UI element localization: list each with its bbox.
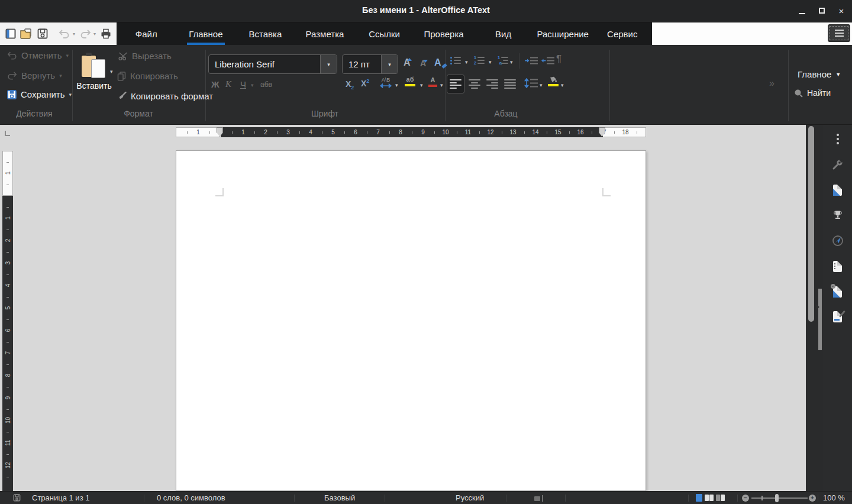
numbered-list-dropdown[interactable]: ▾ [489, 59, 492, 65]
sidebar-find-button[interactable] [831, 285, 844, 298]
line-spacing-dropdown[interactable]: ▾ [540, 82, 543, 88]
decrease-indent-button[interactable] [541, 57, 555, 64]
multilevel-list-button[interactable]: 1a [497, 56, 509, 65]
align-right-button[interactable] [486, 79, 498, 89]
strikethrough-button[interactable]: абв [260, 80, 272, 89]
bold-button[interactable]: Ж [211, 79, 220, 89]
page-count[interactable]: Страница 1 из 1 [32, 493, 89, 502]
grow-font-button[interactable]: A [404, 57, 411, 68]
tab-8[interactable]: Сервис [593, 22, 653, 45]
sidebar-edit-button[interactable] [831, 310, 844, 323]
paste-button[interactable] [80, 53, 108, 80]
sidebar-splitter[interactable] [817, 125, 823, 491]
numbered-list-button[interactable]: 12 [473, 56, 485, 65]
subscript-button[interactable]: X2 [346, 79, 354, 91]
highlight-color-button[interactable]: аб [405, 76, 415, 86]
redo-quick-button[interactable] [79, 27, 92, 40]
ribbon-group-selector[interactable]: Главное ▼ [798, 69, 841, 79]
shading-dropdown[interactable]: ▾ [561, 82, 564, 88]
underline-dropdown[interactable]: ▾ [251, 82, 254, 88]
save-button[interactable]: Сохранить ▾ [7, 89, 72, 99]
highlight-dropdown[interactable]: ▾ [420, 82, 423, 88]
tab-3[interactable]: Разметка [295, 22, 355, 45]
save-document-button[interactable] [36, 27, 49, 40]
text-language[interactable]: Русский [456, 493, 484, 502]
line-spacing-button[interactable] [524, 78, 538, 88]
tab-5[interactable]: Проверка [414, 22, 474, 45]
cut-button[interactable]: Вырезать [118, 51, 172, 61]
bullet-list-button[interactable] [450, 56, 462, 65]
ribbon-overflow-button[interactable]: » [769, 78, 774, 89]
align-justify-button[interactable] [504, 79, 516, 89]
sidebar-navigator-button[interactable] [831, 234, 844, 247]
maximize-button[interactable] [816, 5, 828, 17]
align-left-button[interactable] [447, 75, 464, 93]
book-view-icon[interactable] [716, 495, 725, 501]
tab-2[interactable]: Вставка [235, 22, 295, 45]
save-dropdown[interactable]: ▾ [69, 92, 72, 98]
tab-7[interactable]: Расширение [533, 22, 593, 45]
redo-dropdown[interactable]: ▾ [93, 31, 96, 37]
save-status-button[interactable] [13, 494, 21, 502]
zoom-slider-thumb[interactable] [775, 494, 779, 502]
tab-0[interactable]: Файл [117, 22, 176, 45]
undo-dropdown[interactable]: ▾ [66, 53, 69, 59]
sidebar-settings-button[interactable] [831, 158, 844, 171]
single-page-view-icon[interactable] [696, 494, 702, 502]
tab-4[interactable]: Ссылки [354, 22, 414, 45]
tab-stop-selector-icon[interactable] [5, 131, 10, 136]
sidebar-achievements-button[interactable] [831, 209, 844, 222]
bullet-list-dropdown[interactable]: ▾ [465, 59, 468, 65]
font-color-button[interactable]: A [428, 76, 437, 87]
toolbar-menu-button[interactable] [828, 24, 850, 42]
document-page[interactable] [176, 150, 646, 491]
redo-button[interactable]: Вернуть ▾ [7, 70, 62, 80]
copy-button[interactable]: Копировать [117, 71, 178, 81]
word-count[interactable]: 0 слов, 0 символов [157, 493, 225, 502]
font-color-dropdown[interactable]: ▾ [440, 82, 443, 88]
undo-quick-button[interactable] [57, 27, 70, 40]
increase-indent-button[interactable] [524, 57, 538, 64]
zoom-level[interactable]: 100 % [823, 493, 845, 502]
sidebar-page-button[interactable] [831, 260, 844, 273]
zoom-slider-track[interactable] [751, 497, 808, 499]
shrink-font-button[interactable]: A [420, 59, 426, 68]
formatting-marks-button[interactable]: ¶ [556, 53, 561, 65]
tab-1[interactable]: Главное [176, 22, 236, 45]
underline-button[interactable]: Ч [240, 79, 246, 89]
print-button[interactable] [99, 27, 112, 40]
font-family-dropdown[interactable]: ▾ [320, 55, 337, 73]
font-family-select[interactable]: Liberation Serif ▾ [208, 54, 337, 74]
zoom-out-button[interactable]: − [742, 495, 749, 502]
find-button[interactable]: Найти [794, 88, 831, 98]
horizontal-ruler[interactable]: 1123456789101112131415161718 [176, 127, 646, 137]
minimize-button[interactable] [796, 5, 808, 17]
splitter-handle[interactable] [818, 289, 822, 350]
multilevel-list-dropdown[interactable]: ▾ [510, 59, 513, 65]
redo-dropdown[interactable]: ▾ [59, 73, 62, 79]
align-center-button[interactable] [469, 79, 480, 89]
vertical-ruler[interactable]: 1123456789101112 [2, 151, 13, 491]
sidebar-properties-button[interactable] [831, 183, 844, 196]
multi-page-view-icon[interactable] [705, 495, 714, 501]
italic-button[interactable]: К [225, 79, 231, 89]
copy-format-button[interactable]: Копировать формат [117, 91, 213, 101]
scrollbar-thumb[interactable] [808, 126, 814, 322]
clear-formatting-button[interactable]: A [434, 57, 441, 68]
paste-dropdown[interactable]: ▾ [110, 69, 113, 75]
sidebar-menu-button[interactable] [831, 133, 844, 146]
open-document-button[interactable] [20, 27, 33, 40]
font-size-dropdown[interactable]: ▾ [381, 55, 398, 73]
selection-mode-button[interactable] [534, 495, 543, 502]
superscript-button[interactable]: X2 [361, 78, 369, 88]
undo-button[interactable]: Отменить ▾ [7, 50, 69, 60]
paragraph-shading-button[interactable] [548, 76, 559, 86]
new-document-button[interactable] [4, 27, 17, 40]
spacing-dropdown[interactable]: ▾ [395, 82, 398, 88]
zoom-in-button[interactable]: + [809, 495, 816, 502]
character-spacing-button[interactable]: A\B [380, 77, 392, 88]
page-style[interactable]: Базовый [324, 493, 355, 502]
tab-6[interactable]: Вид [473, 22, 533, 45]
paste-label[interactable]: Вставить [75, 81, 113, 91]
undo-dropdown[interactable]: ▾ [73, 31, 75, 37]
